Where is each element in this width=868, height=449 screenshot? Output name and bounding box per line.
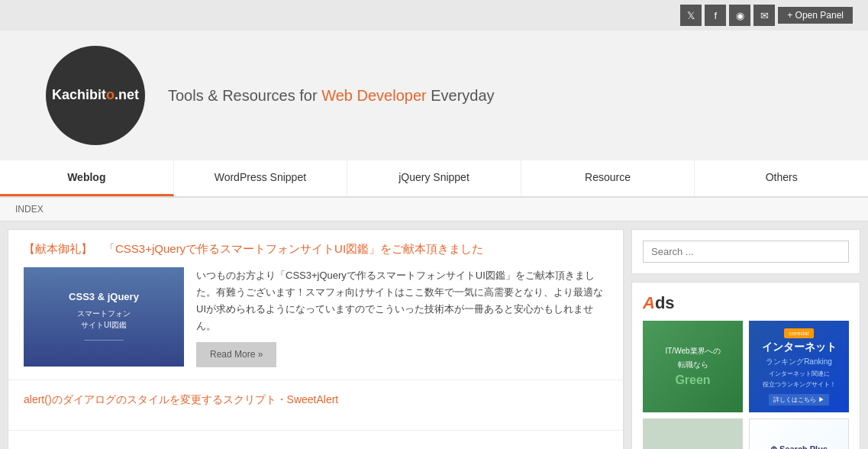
site-logo: Kachibito.net [46, 46, 145, 145]
logo-text: Kachibito.net [52, 86, 139, 104]
ad-ranking-content: coreda! インターネット ランキングRanking インターネット関連に … [749, 321, 849, 412]
main-nav: Weblog WordPress Snippet jQuery Snippet … [0, 160, 868, 198]
sidebar: Ads IT/Web業界への 転職なら Green coreda! インターネッ… [631, 229, 860, 449]
index-label: INDEX [15, 204, 44, 215]
ad-search-plus[interactable]: ⊕ Search Plus [749, 418, 849, 449]
facebook-icon[interactable]: f [705, 5, 726, 26]
ad-it-text: IT/Web業界への [665, 346, 720, 357]
ad-green-content: IT/Web業界への 転職なら Green [643, 321, 743, 412]
ad-1[interactable]: IT/Web業界への 転職なら Green [643, 321, 743, 412]
article-1-text: いつものお方より「CSS3+jQueryで作るスマートフォンサイトUI図鑑」をご… [196, 267, 608, 367]
ad-badge: coreda! [784, 328, 814, 338]
nav-item-weblog[interactable]: Weblog [0, 160, 174, 196]
ad-3-content [643, 418, 743, 449]
nav-item-wordpress[interactable]: WordPress Snippet [174, 160, 348, 196]
email-icon[interactable]: ✉ [753, 5, 775, 26]
ad-internet-title: インターネット [762, 341, 837, 354]
article-2-title: alert()のダイアログのスタイルを変更するスクリプト・SweetAlert [24, 392, 608, 407]
article-1: 【献本御礼】 「CSS3+jQueryで作るスマートフォンサイトUI図鑑」をご献… [8, 230, 623, 380]
ads-grid: IT/Web業界への 転職なら Green coreda! インターネット ラン… [643, 321, 849, 449]
ads-header: Ads [643, 293, 849, 313]
site-header: Kachibito.net Tools & Resources for Web … [0, 31, 868, 160]
ad-ranking-desc1: インターネット関連に [769, 370, 830, 378]
book-deco: ───────── [84, 337, 123, 344]
article-1-body: CSS3 & jQuery スマートフォンサイトUI図鑑 ───────── い… [24, 267, 608, 367]
ad-transfer-text: 転職なら [678, 360, 708, 370]
site-tagline: Tools & Resources for Web Developer Ever… [168, 87, 495, 105]
article-1-title: 【献本御礼】 「CSS3+jQueryで作るスマートフォンサイトUI図鑑」をご献… [24, 242, 608, 257]
twitter-icon[interactable]: 𝕏 [680, 5, 702, 26]
rss-icon[interactable]: ◉ [729, 5, 750, 26]
nav-item-others[interactable]: Others [695, 160, 868, 196]
ad-company-name: Green [675, 373, 710, 387]
article-2: alert()のダイアログのスタイルを変更するスクリプト・SweetAlert [8, 380, 623, 431]
content-area: 【献本御礼】 「CSS3+jQueryで作るスマートフォンサイトUI図鑑」をご献… [8, 229, 624, 449]
book-subtitle: スマートフォンサイトUI図鑑 [77, 308, 131, 331]
ad-ranking-title: ランキングRanking [766, 357, 832, 367]
main-layout: 【献本御礼】 「CSS3+jQueryで作るスマートフォンサイトUI図鑑」をご献… [0, 221, 868, 449]
ad-2[interactable]: coreda! インターネット ランキングRanking インターネット関連に … [749, 321, 849, 412]
ads-section: Ads IT/Web業界への 転職なら Green coreda! インターネッ… [631, 282, 860, 449]
search-section [631, 229, 860, 274]
read-more-button[interactable]: Read More » [196, 342, 276, 367]
search-input[interactable] [643, 241, 849, 263]
article-1-image: CSS3 & jQuery スマートフォンサイトUI図鑑 ───────── [24, 267, 184, 367]
index-bar: INDEX [0, 198, 868, 221]
ad-ranking-desc2: 役立つランキングサイト！ [763, 380, 836, 389]
top-bar: 𝕏 f ◉ ✉ + Open Panel [0, 0, 868, 31]
nav-item-jquery[interactable]: jQuery Snippet [347, 160, 521, 196]
article-2-link[interactable]: alert()のダイアログのスタイルを変更するスクリプト・SweetAlert [24, 393, 338, 405]
book-cover: CSS3 & jQuery スマートフォンサイトUI図鑑 ───────── [24, 267, 184, 367]
article-1-link[interactable]: 【献本御礼】 「CSS3+jQueryで作るスマートフォンサイトUI図鑑」をご献… [24, 242, 483, 255]
ad-detail-btn[interactable]: 詳しくはこちら ▶ [769, 394, 828, 405]
ad-searchplus-label: ⊕ Search Plus [770, 444, 828, 450]
book-title: CSS3 & jQuery [69, 290, 139, 304]
open-panel-button[interactable]: + Open Panel [778, 7, 853, 24]
ad-3[interactable] [643, 418, 743, 449]
nav-item-resource[interactable]: Resource [521, 160, 695, 196]
